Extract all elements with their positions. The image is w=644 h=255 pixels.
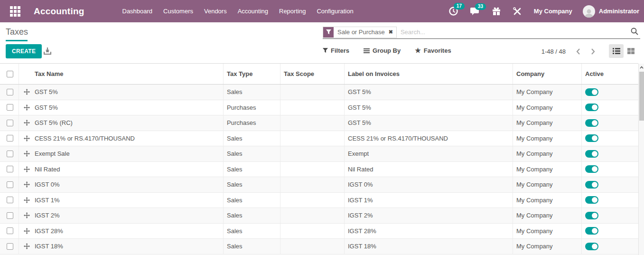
export-download-icon[interactable] (44, 47, 51, 57)
pager-next-icon[interactable] (588, 47, 598, 56)
active-toggle[interactable] (585, 243, 598, 250)
drag-handle-icon[interactable] (19, 162, 31, 177)
column-header-tax-type[interactable]: Tax Type (223, 64, 280, 84)
drag-handle-icon[interactable] (19, 115, 31, 131)
list-view-button[interactable] (609, 44, 624, 58)
company-cell: My Company (513, 100, 581, 115)
company-cell: My Company (513, 177, 581, 192)
row-select-cell (0, 208, 19, 223)
drag-handle-icon[interactable] (19, 146, 31, 161)
active-toggle[interactable] (585, 150, 598, 158)
row-select-cell (0, 239, 19, 254)
row-checkbox[interactable] (7, 151, 13, 157)
scrollbar-up-icon[interactable] (639, 65, 644, 70)
row-select-cell (0, 177, 19, 192)
menu-configuration[interactable]: Configuration (316, 5, 354, 18)
table-row[interactable]: IGST 0% Sales IGST 0% My Company (0, 177, 638, 193)
active-toggle[interactable] (585, 181, 598, 189)
row-checkbox[interactable] (7, 181, 13, 188)
search-input[interactable] (401, 28, 631, 36)
favorites-button[interactable]: ★ Favorites (415, 47, 451, 54)
column-header-company[interactable]: Company (513, 64, 581, 84)
apps-menu-icon[interactable] (10, 6, 21, 17)
kanban-view-button[interactable] (624, 44, 638, 58)
active-cell (581, 146, 638, 161)
tax-name-cell: Exempt Sale (31, 146, 223, 161)
active-toggle[interactable] (585, 104, 598, 111)
drag-handle-icon[interactable] (19, 239, 31, 254)
table-row[interactable]: GST 5% Sales GST 5% My Company (0, 85, 638, 100)
column-header-label-on-invoices[interactable]: Label on Invoices (344, 64, 513, 84)
group-by-button[interactable]: Group By (364, 47, 401, 54)
active-cell (581, 224, 638, 239)
row-checkbox[interactable] (7, 166, 13, 172)
menu-accounting[interactable]: Accounting (237, 5, 269, 18)
drag-handle-icon[interactable] (19, 131, 31, 146)
view-controls: Filters Group By ★ Favorites (323, 47, 451, 54)
table-row[interactable]: GST 5% (RC) Purchases GST 5% My Company (0, 115, 638, 131)
active-toggle[interactable] (585, 212, 598, 219)
user-avatar[interactable] (583, 5, 595, 18)
activity-clock-icon[interactable]: 17 (449, 7, 458, 16)
company-switcher[interactable]: My Company (534, 8, 572, 15)
facet-close-icon[interactable]: ✖ (389, 27, 396, 38)
table-row[interactable]: Nil Rated Sales Nil Rated My Company (0, 162, 638, 178)
tax-scope-cell (280, 146, 344, 161)
filters-label: Filters (331, 47, 349, 54)
row-checkbox[interactable] (7, 212, 13, 219)
row-checkbox[interactable] (7, 89, 13, 95)
table-row[interactable]: GST 5% Purchases GST 5% My Company (0, 100, 638, 116)
scrollbar-thumb[interactable] (639, 72, 644, 121)
table-row[interactable]: IGST 1% Sales IGST 1% My Company (0, 193, 638, 208)
row-checkbox[interactable] (7, 227, 13, 234)
active-toggle[interactable] (585, 119, 598, 127)
tax-type-cell: Purchases (223, 100, 280, 115)
table-row[interactable]: CESS 21% or RS.4170/THOUSAND Sales CESS … (0, 131, 638, 147)
drag-handle-icon[interactable] (19, 193, 31, 208)
row-checkbox[interactable] (7, 120, 13, 126)
column-header-tax-scope[interactable]: Tax Scope (280, 64, 344, 84)
active-toggle[interactable] (585, 196, 598, 204)
user-menu[interactable]: Administrator (599, 8, 639, 15)
drag-handle-icon[interactable] (19, 208, 31, 223)
select-all-checkbox[interactable] (7, 71, 13, 77)
menu-reporting[interactable]: Reporting (278, 5, 307, 18)
company-cell: My Company (513, 239, 581, 254)
kanban-view-icon (627, 48, 635, 54)
table-row[interactable]: IGST 2% Sales IGST 2% My Company (0, 208, 638, 224)
messages-icon[interactable]: 33 (470, 7, 480, 16)
active-toggle[interactable] (585, 165, 598, 173)
active-toggle[interactable] (585, 88, 598, 96)
table-row[interactable]: IGST 28% Sales IGST 28% My Company (0, 224, 638, 239)
row-checkbox[interactable] (7, 135, 13, 142)
menu-vendors[interactable]: Vendors (203, 5, 228, 18)
gift-icon[interactable] (492, 7, 501, 16)
vertical-scrollbar[interactable] (638, 64, 644, 255)
view-switcher (609, 44, 638, 58)
menu-dashboard[interactable]: Dashboard (121, 5, 154, 18)
search-facet[interactable]: Sale or Purchase ✖ (323, 27, 397, 38)
star-icon: ★ (415, 47, 421, 54)
table-row[interactable]: Exempt Sale Sales Exempt My Company (0, 146, 638, 162)
drag-handle-icon[interactable] (19, 177, 31, 192)
column-header-active[interactable]: Active (581, 64, 638, 84)
search-icon[interactable] (631, 28, 638, 37)
drag-handle-icon[interactable] (19, 85, 31, 100)
filters-button[interactable]: Filters (323, 47, 349, 54)
create-button[interactable]: CREATE (6, 44, 42, 58)
drag-handle-icon[interactable] (19, 224, 31, 239)
tax-scope-cell (280, 85, 344, 100)
active-toggle[interactable] (585, 227, 598, 235)
tools-icon[interactable] (513, 7, 522, 16)
label-on-invoices-cell: IGST 1% (344, 193, 513, 208)
row-checkbox[interactable] (7, 104, 13, 111)
pager-previous-icon[interactable] (573, 47, 583, 56)
table-row[interactable]: IGST 18% Sales IGST 18% My Company (0, 239, 638, 255)
row-checkbox[interactable] (7, 243, 13, 250)
column-header-tax-name[interactable]: Tax Name (31, 64, 223, 84)
active-toggle[interactable] (585, 134, 598, 142)
menu-customers[interactable]: Customers (162, 5, 194, 18)
app-name[interactable]: Accounting (34, 6, 84, 17)
row-checkbox[interactable] (7, 197, 13, 203)
drag-handle-icon[interactable] (19, 100, 31, 115)
